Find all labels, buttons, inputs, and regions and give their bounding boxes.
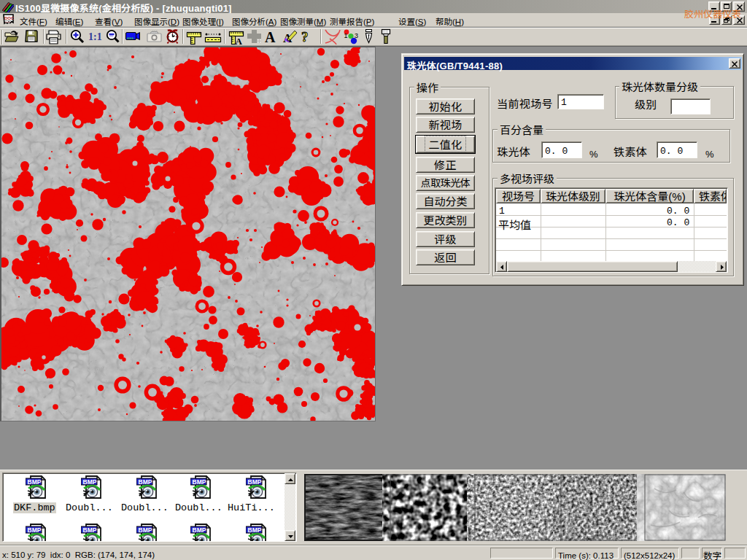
svg-text:DOC: DOC [4,16,14,20]
svg-text:1: 1 [344,32,348,39]
svg-text:3: 3 [355,32,358,39]
svg-text:A: A [265,29,276,45]
svg-text:1:1: 1:1 [88,31,102,42]
svg-text:A: A [236,36,243,46]
svg-text:?: ? [301,29,309,44]
